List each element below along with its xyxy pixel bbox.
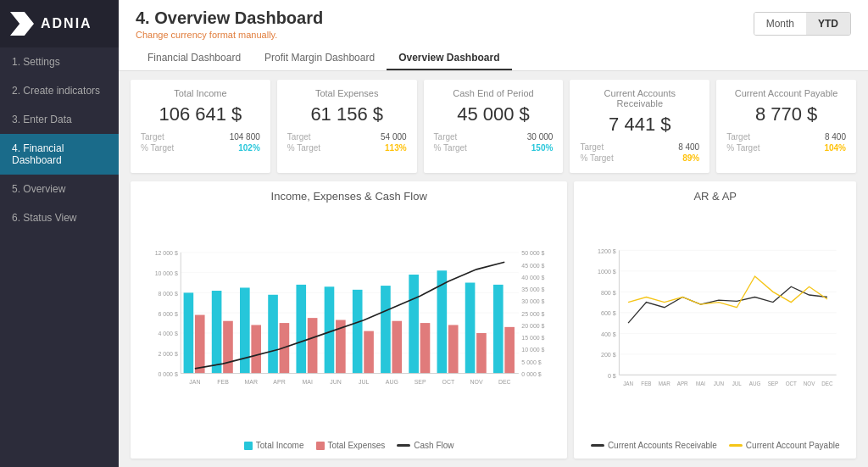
svg-text:50 000 $: 50 000 $ [521, 250, 544, 256]
svg-rect-28 [268, 295, 278, 374]
svg-rect-26 [212, 291, 222, 374]
svg-text:20 000 $: 20 000 $ [521, 323, 544, 329]
kpi-target-value-3: 8 400 [678, 142, 699, 152]
svg-rect-44 [392, 321, 402, 374]
svg-text:8 000 $: 8 000 $ [159, 291, 178, 297]
sidebar-item-enter-data[interactable]: 3. Enter Data [0, 105, 119, 134]
header: 4. Overview Dashboard Change currency fo… [119, 0, 868, 71]
kpi-target-value-2: 30 000 [527, 132, 554, 142]
svg-rect-39 [251, 325, 261, 373]
svg-text:JAN: JAN [189, 379, 200, 385]
sidebar-item-overview[interactable]: 5. Overview [0, 175, 119, 203]
currency-note[interactable]: Change currency format manually. [136, 30, 323, 40]
period-btn-ytd[interactable]: YTD [806, 13, 850, 35]
charts-row: Income, Expenses & Cash Flow 0 000 $2 00… [119, 181, 868, 467]
svg-text:10 000 $: 10 000 $ [521, 347, 544, 353]
legend-item-total-income: Total Income [244, 441, 304, 450]
svg-rect-33 [409, 275, 419, 374]
svg-text:200 $: 200 $ [601, 352, 616, 359]
svg-rect-25 [184, 292, 194, 373]
page-title-area: 4. Overview Dashboard Change currency fo… [136, 8, 323, 40]
kpi-target-label-3: Target [580, 142, 604, 152]
tab-profit-margin-dashboard[interactable]: Profit Margin Dashboard [253, 47, 387, 70]
svg-rect-37 [195, 315, 205, 374]
svg-text:JUN: JUN [330, 379, 342, 385]
chart-right-svg: 0 $200 $400 $600 $800 $1000 $1200 $JANFE… [586, 208, 844, 437]
kpi-title-1: Total Expenses [287, 88, 407, 98]
period-btn-month[interactable]: Month [754, 13, 806, 35]
logo-area: ADNIA [0, 0, 119, 47]
svg-text:6 000 $: 6 000 $ [159, 311, 178, 317]
svg-text:APR: APR [677, 381, 688, 386]
legend-item-current-account-payable: Current Account Payable [729, 441, 840, 450]
svg-rect-47 [476, 333, 487, 374]
kpi-pct-label-0: % Target [141, 143, 174, 153]
svg-text:NOV: NOV [470, 379, 483, 385]
tab-overview-dashboard[interactable]: Overview Dashboard [387, 47, 511, 70]
svg-text:AUG: AUG [386, 379, 398, 385]
svg-text:0 $: 0 $ [608, 373, 616, 380]
svg-text:MAI: MAI [696, 381, 705, 386]
kpi-value-3: 7 441 $ [580, 114, 699, 136]
kpi-title-0: Total Income [141, 88, 260, 98]
sidebar-item-settings[interactable]: 1. Settings [0, 47, 119, 76]
svg-text:0 000 $: 0 000 $ [521, 371, 541, 377]
sidebar-item-create-indicators[interactable]: 2. Create indicators [0, 76, 119, 105]
svg-text:600 $: 600 $ [601, 310, 616, 317]
svg-rect-35 [465, 283, 476, 374]
svg-text:35 000 $: 35 000 $ [521, 286, 544, 292]
kpi-pct-row-1: % Target 113% [287, 143, 407, 153]
kpi-pct-value-1: 113% [385, 143, 407, 153]
kpi-pct-row-0: % Target 102% [141, 143, 260, 153]
tabs: Financial DashboardProfit Margin Dashboa… [136, 47, 851, 70]
svg-text:400 $: 400 $ [601, 331, 616, 338]
income-expenses-cashflow-chart: Income, Expenses & Cash Flow 0 000 $2 00… [131, 181, 567, 459]
chart-left-legend: Total IncomeTotal ExpensesCash Flow [142, 441, 555, 450]
sidebar-item-financial-dashboard[interactable]: 4. Financial Dashboard [0, 134, 119, 175]
legend-item-current-accounts-receivable: Current Accounts Receivable [591, 441, 717, 450]
svg-rect-32 [381, 286, 391, 373]
svg-rect-27 [240, 287, 250, 373]
tab-financial-dashboard[interactable]: Financial Dashboard [136, 47, 253, 70]
svg-text:JUL: JUL [359, 379, 369, 385]
kpi-target-row-3: Target 8 400 [580, 142, 699, 152]
svg-text:800 $: 800 $ [601, 290, 616, 297]
svg-rect-29 [296, 285, 306, 374]
svg-text:FEB: FEB [642, 381, 652, 386]
kpi-target-label-4: Target [726, 132, 750, 142]
kpi-title-3: Current Accounts Receivable [580, 88, 699, 108]
kpi-target-row-0: Target 104 800 [141, 132, 260, 142]
kpi-target-value-0: 104 800 [230, 132, 260, 142]
logo-text: ADNIA [41, 16, 92, 31]
chart-right-legend: Current Accounts ReceivableCurrent Accou… [586, 441, 844, 450]
kpi-target-label-1: Target [287, 132, 311, 142]
svg-text:MAR: MAR [245, 379, 258, 385]
sidebar-item-status-view[interactable]: 6. Status View [0, 203, 119, 232]
kpi-pct-label-4: % Target [726, 143, 760, 153]
kpi-target-row-1: Target 54 000 [287, 132, 407, 142]
main-content: 4. Overview Dashboard Change currency fo… [119, 0, 868, 467]
kpi-card-1: Total Expenses 61 156 $ Target 54 000 % … [277, 80, 417, 173]
svg-text:MAR: MAR [659, 381, 670, 386]
svg-text:JAN: JAN [624, 381, 634, 386]
svg-text:JUL: JUL [732, 381, 743, 386]
kpi-value-4: 8 770 $ [726, 103, 846, 125]
kpi-pct-label-2: % Target [434, 143, 467, 153]
svg-text:40 000 $: 40 000 $ [521, 275, 544, 281]
svg-text:1000 $: 1000 $ [598, 269, 616, 275]
svg-text:SEP: SEP [415, 379, 426, 385]
svg-rect-43 [364, 331, 374, 374]
svg-rect-30 [325, 286, 335, 373]
kpi-pct-row-4: % Target 104% [726, 143, 846, 153]
legend-item-total-expenses: Total Expenses [316, 441, 386, 450]
kpi-pct-row-3: % Target 89% [580, 153, 699, 163]
kpi-pct-label-1: % Target [287, 143, 320, 153]
kpi-pct-value-4: 104% [824, 143, 846, 153]
page-title: 4. Overview Dashboard [136, 8, 323, 28]
kpi-target-value-1: 54 000 [381, 132, 407, 142]
svg-rect-46 [448, 325, 459, 373]
kpi-value-0: 106 641 $ [141, 103, 260, 125]
ar-ap-chart: AR & AP 0 $200 $400 $600 $800 $1000 $120… [574, 181, 856, 459]
svg-text:FEB: FEB [217, 379, 229, 385]
svg-text:25 000 $: 25 000 $ [521, 311, 544, 317]
